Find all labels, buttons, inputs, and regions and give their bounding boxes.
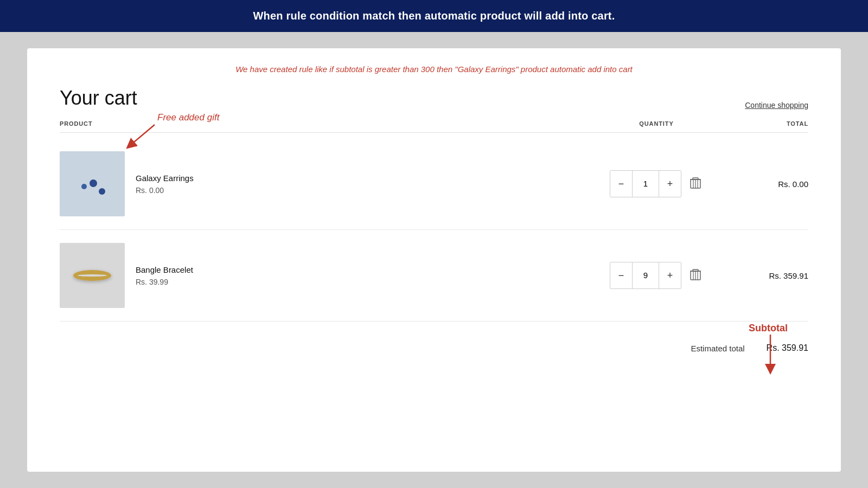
cart-header-row: Your cart Continue shopping	[60, 87, 808, 110]
svg-text:Free added gift: Free added gift	[157, 112, 220, 123]
qty-control-bangle: − 9 +	[610, 262, 681, 289]
total-cell-bangle: Rs. 359.91	[711, 271, 808, 280]
trash-icon-bangle	[690, 268, 701, 280]
bangle-ring-art	[73, 270, 111, 281]
qty-decrease-earrings[interactable]: −	[610, 171, 632, 197]
qty-decrease-bangle[interactable]: −	[610, 262, 632, 288]
product-name-earrings: Galaxy Earrings	[136, 174, 194, 183]
product-info-earrings: Galaxy Earrings Rs. 0.00	[136, 174, 194, 195]
cart-item-bangle: Bangle Bracelet Rs. 39.99 − 9 +	[60, 230, 808, 322]
earring-dot-2	[99, 188, 105, 195]
product-price-earrings: Rs. 0.00	[136, 186, 194, 195]
delete-bangle-button[interactable]	[688, 266, 703, 285]
product-cell-bangle: Bangle Bracelet Rs. 39.99	[60, 243, 602, 308]
earring-dot-1	[90, 179, 97, 187]
subtotal-section: Subtotal Estimated total Rs. 359.91	[60, 327, 808, 353]
bangle-image-art	[60, 243, 125, 308]
earrings-image-art	[60, 151, 125, 216]
product-info-bangle: Bangle Bracelet Rs. 39.99	[136, 265, 193, 286]
trash-icon	[690, 177, 701, 189]
earring-dot-3	[81, 184, 87, 189]
qty-control-earrings: − 1 +	[610, 170, 681, 197]
cart-item: Free added gift Galaxy Earrings Rs. 0.0	[60, 138, 808, 230]
product-cell-earrings: Galaxy Earrings Rs. 0.00	[60, 151, 602, 216]
col-header-total: TOTAL	[711, 120, 808, 127]
qty-increase-bangle[interactable]: +	[659, 262, 681, 288]
gift-arrow-svg: Free added gift	[125, 108, 244, 152]
quantity-cell-bangle: − 9 +	[602, 262, 711, 289]
quantity-cell-earrings: − 1 +	[602, 170, 711, 197]
product-name-bangle: Bangle Bracelet	[136, 265, 193, 274]
banner-text: When rule condition match then automatic…	[253, 10, 615, 22]
delete-earrings-button[interactable]	[688, 175, 703, 194]
product-image-bangle	[60, 243, 125, 308]
top-banner: When rule condition match then automatic…	[0, 0, 868, 32]
product-image-earrings	[60, 151, 125, 216]
svg-line-1	[130, 125, 155, 145]
total-cell-earrings: Rs. 0.00	[711, 179, 808, 189]
rule-info-text: We have created rule like if subtotal is…	[60, 65, 808, 74]
qty-value-bangle: 9	[632, 262, 659, 288]
continue-shopping-link[interactable]: Continue shopping	[745, 101, 808, 110]
cart-title: Your cart	[60, 87, 137, 110]
col-header-quantity: QUANTITY	[602, 120, 711, 127]
qty-increase-earrings[interactable]: +	[659, 171, 681, 197]
subtotal-area: Estimated total Rs. 359.91	[60, 327, 808, 353]
main-cart-area: We have created rule like if subtotal is…	[27, 48, 841, 472]
subtotal-arrow-svg: Subtotal	[716, 322, 814, 381]
product-price-bangle: Rs. 39.99	[136, 278, 193, 286]
svg-text:Subtotal: Subtotal	[749, 323, 788, 333]
qty-value-earrings: 1	[632, 171, 659, 197]
